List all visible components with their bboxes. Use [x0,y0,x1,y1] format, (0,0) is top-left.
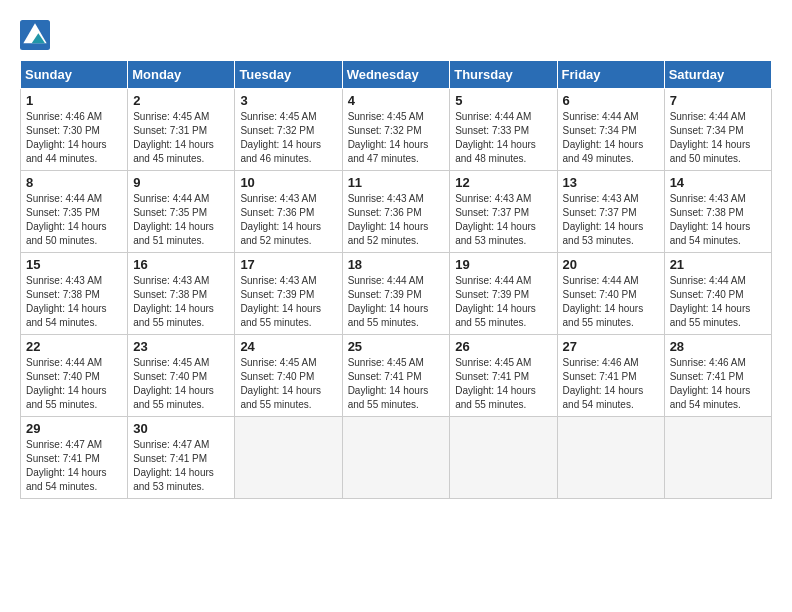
calendar-week: 29Sunrise: 4:47 AMSunset: 7:41 PMDayligh… [21,417,772,499]
day-number: 10 [240,175,336,190]
day-number: 26 [455,339,551,354]
logo [20,20,54,50]
calendar-day: 21Sunrise: 4:44 AMSunset: 7:40 PMDayligh… [664,253,771,335]
calendar-day: 22Sunrise: 4:44 AMSunset: 7:40 PMDayligh… [21,335,128,417]
calendar-day: 10Sunrise: 4:43 AMSunset: 7:36 PMDayligh… [235,171,342,253]
day-number: 18 [348,257,445,272]
day-info: Sunrise: 4:45 AMSunset: 7:41 PMDaylight:… [348,356,445,412]
day-info: Sunrise: 4:44 AMSunset: 7:40 PMDaylight:… [563,274,659,330]
day-info: Sunrise: 4:44 AMSunset: 7:39 PMDaylight:… [348,274,445,330]
day-info: Sunrise: 4:43 AMSunset: 7:36 PMDaylight:… [240,192,336,248]
calendar-day: 1Sunrise: 4:46 AMSunset: 7:30 PMDaylight… [21,89,128,171]
calendar-day: 2Sunrise: 4:45 AMSunset: 7:31 PMDaylight… [128,89,235,171]
day-info: Sunrise: 4:44 AMSunset: 7:33 PMDaylight:… [455,110,551,166]
calendar-day: 30Sunrise: 4:47 AMSunset: 7:41 PMDayligh… [128,417,235,499]
day-number: 7 [670,93,766,108]
calendar-header: SundayMondayTuesdayWednesdayThursdayFrid… [21,61,772,89]
calendar-week: 22Sunrise: 4:44 AMSunset: 7:40 PMDayligh… [21,335,772,417]
day-info: Sunrise: 4:43 AMSunset: 7:39 PMDaylight:… [240,274,336,330]
day-info: Sunrise: 4:43 AMSunset: 7:38 PMDaylight:… [670,192,766,248]
day-number: 8 [26,175,122,190]
day-number: 17 [240,257,336,272]
calendar-day: 29Sunrise: 4:47 AMSunset: 7:41 PMDayligh… [21,417,128,499]
calendar-day [450,417,557,499]
calendar-day: 13Sunrise: 4:43 AMSunset: 7:37 PMDayligh… [557,171,664,253]
day-number: 22 [26,339,122,354]
logo-icon [20,20,50,50]
day-info: Sunrise: 4:47 AMSunset: 7:41 PMDaylight:… [133,438,229,494]
day-info: Sunrise: 4:43 AMSunset: 7:37 PMDaylight:… [563,192,659,248]
day-number: 29 [26,421,122,436]
day-number: 5 [455,93,551,108]
day-number: 14 [670,175,766,190]
calendar-day: 8Sunrise: 4:44 AMSunset: 7:35 PMDaylight… [21,171,128,253]
day-info: Sunrise: 4:45 AMSunset: 7:32 PMDaylight:… [240,110,336,166]
day-number: 28 [670,339,766,354]
day-number: 3 [240,93,336,108]
day-info: Sunrise: 4:45 AMSunset: 7:40 PMDaylight:… [133,356,229,412]
calendar-day: 4Sunrise: 4:45 AMSunset: 7:32 PMDaylight… [342,89,450,171]
day-number: 4 [348,93,445,108]
calendar-day: 9Sunrise: 4:44 AMSunset: 7:35 PMDaylight… [128,171,235,253]
calendar-day [664,417,771,499]
calendar-day: 24Sunrise: 4:45 AMSunset: 7:40 PMDayligh… [235,335,342,417]
calendar-day: 7Sunrise: 4:44 AMSunset: 7:34 PMDaylight… [664,89,771,171]
day-info: Sunrise: 4:44 AMSunset: 7:34 PMDaylight:… [563,110,659,166]
calendar-day: 5Sunrise: 4:44 AMSunset: 7:33 PMDaylight… [450,89,557,171]
day-info: Sunrise: 4:43 AMSunset: 7:38 PMDaylight:… [26,274,122,330]
day-number: 25 [348,339,445,354]
day-info: Sunrise: 4:43 AMSunset: 7:38 PMDaylight:… [133,274,229,330]
day-info: Sunrise: 4:46 AMSunset: 7:41 PMDaylight:… [563,356,659,412]
weekday-header: Friday [557,61,664,89]
day-number: 2 [133,93,229,108]
page-header [20,20,772,50]
day-info: Sunrise: 4:43 AMSunset: 7:36 PMDaylight:… [348,192,445,248]
calendar-day: 11Sunrise: 4:43 AMSunset: 7:36 PMDayligh… [342,171,450,253]
calendar-day: 16Sunrise: 4:43 AMSunset: 7:38 PMDayligh… [128,253,235,335]
calendar-day [557,417,664,499]
calendar-day: 28Sunrise: 4:46 AMSunset: 7:41 PMDayligh… [664,335,771,417]
calendar-day [235,417,342,499]
calendar-day: 19Sunrise: 4:44 AMSunset: 7:39 PMDayligh… [450,253,557,335]
day-info: Sunrise: 4:44 AMSunset: 7:35 PMDaylight:… [133,192,229,248]
day-number: 16 [133,257,229,272]
calendar-week: 1Sunrise: 4:46 AMSunset: 7:30 PMDaylight… [21,89,772,171]
day-number: 6 [563,93,659,108]
day-number: 20 [563,257,659,272]
weekday-header: Sunday [21,61,128,89]
day-info: Sunrise: 4:46 AMSunset: 7:30 PMDaylight:… [26,110,122,166]
calendar-day: 26Sunrise: 4:45 AMSunset: 7:41 PMDayligh… [450,335,557,417]
calendar-week: 8Sunrise: 4:44 AMSunset: 7:35 PMDaylight… [21,171,772,253]
day-info: Sunrise: 4:43 AMSunset: 7:37 PMDaylight:… [455,192,551,248]
calendar-day: 14Sunrise: 4:43 AMSunset: 7:38 PMDayligh… [664,171,771,253]
day-info: Sunrise: 4:44 AMSunset: 7:40 PMDaylight:… [26,356,122,412]
calendar-day: 6Sunrise: 4:44 AMSunset: 7:34 PMDaylight… [557,89,664,171]
calendar-week: 15Sunrise: 4:43 AMSunset: 7:38 PMDayligh… [21,253,772,335]
calendar-table: SundayMondayTuesdayWednesdayThursdayFrid… [20,60,772,499]
day-number: 1 [26,93,122,108]
calendar-day: 27Sunrise: 4:46 AMSunset: 7:41 PMDayligh… [557,335,664,417]
weekday-header: Saturday [664,61,771,89]
weekday-header: Tuesday [235,61,342,89]
day-info: Sunrise: 4:46 AMSunset: 7:41 PMDaylight:… [670,356,766,412]
calendar-day: 3Sunrise: 4:45 AMSunset: 7:32 PMDaylight… [235,89,342,171]
day-info: Sunrise: 4:45 AMSunset: 7:41 PMDaylight:… [455,356,551,412]
calendar-day: 17Sunrise: 4:43 AMSunset: 7:39 PMDayligh… [235,253,342,335]
calendar-day: 20Sunrise: 4:44 AMSunset: 7:40 PMDayligh… [557,253,664,335]
calendar-day: 18Sunrise: 4:44 AMSunset: 7:39 PMDayligh… [342,253,450,335]
weekday-header: Thursday [450,61,557,89]
day-info: Sunrise: 4:45 AMSunset: 7:32 PMDaylight:… [348,110,445,166]
calendar-day: 25Sunrise: 4:45 AMSunset: 7:41 PMDayligh… [342,335,450,417]
day-number: 30 [133,421,229,436]
calendar-day: 15Sunrise: 4:43 AMSunset: 7:38 PMDayligh… [21,253,128,335]
calendar-day [342,417,450,499]
day-number: 19 [455,257,551,272]
day-info: Sunrise: 4:45 AMSunset: 7:40 PMDaylight:… [240,356,336,412]
day-info: Sunrise: 4:47 AMSunset: 7:41 PMDaylight:… [26,438,122,494]
day-info: Sunrise: 4:45 AMSunset: 7:31 PMDaylight:… [133,110,229,166]
day-number: 27 [563,339,659,354]
day-number: 12 [455,175,551,190]
day-number: 9 [133,175,229,190]
day-number: 23 [133,339,229,354]
day-info: Sunrise: 4:44 AMSunset: 7:40 PMDaylight:… [670,274,766,330]
